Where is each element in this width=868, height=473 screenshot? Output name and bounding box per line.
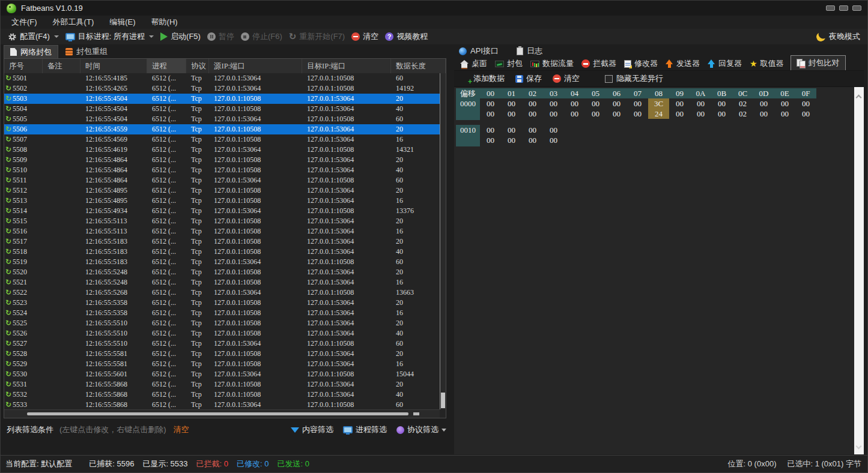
add-data-button[interactable]: 添加数据: [463, 73, 505, 84]
table-row[interactable]: ↻550712:16:55:45696512 (...Tcp127.0.0.1:…: [4, 134, 440, 145]
column-header-seq[interactable]: 序号: [4, 59, 43, 73]
tab-desktop[interactable]: 桌面: [459, 57, 488, 70]
hex-cell[interactable]: 00: [606, 109, 627, 119]
tab-sender[interactable]: 发送器: [664, 57, 701, 70]
tab-modifier[interactable]: 修改器: [623, 57, 659, 70]
hex-cell[interactable]: 00: [795, 98, 816, 109]
config-button[interactable]: 配置(F4): [8, 31, 59, 42]
scroll-up-icon[interactable]: [856, 95, 862, 101]
hex-cell[interactable]: 00: [480, 135, 501, 145]
chevron-down-icon[interactable]: [54, 35, 59, 38]
hex-cell[interactable]: 00: [501, 135, 522, 145]
menu-external-tools[interactable]: 外部工具(T): [53, 17, 94, 28]
hex-cell[interactable]: 00: [522, 109, 543, 119]
table-row[interactable]: ↻550112:16:55:41856512 (...Tcp127.0.0.1:…: [4, 73, 440, 83]
hide-identical-rows-checkbox[interactable]: 隐藏无差异行: [605, 73, 663, 84]
table-row[interactable]: ↻552012:16:55:52486512 (...Tcp127.0.0.1:…: [4, 267, 440, 277]
protocol-filter-button[interactable]: 协议筛选: [396, 424, 446, 435]
tab-extractor[interactable]: ★ 取值器: [748, 57, 785, 70]
tab-packet[interactable]: 封包: [494, 57, 524, 70]
filter-clear-button[interactable]: 清空: [174, 424, 189, 435]
hex-cell[interactable]: 00: [690, 98, 711, 109]
column-header-protocol[interactable]: 协议: [186, 59, 209, 73]
hex-cell[interactable]: 00: [564, 98, 585, 109]
hex-cell[interactable]: 00: [501, 98, 522, 109]
hex-cell[interactable]: 00: [753, 109, 774, 119]
table-row[interactable]: ↻551412:16:55:49346512 (...Tcp127.0.0.1:…: [4, 206, 440, 216]
scrollbar-thumb[interactable]: [441, 393, 445, 408]
table-row[interactable]: ↻552912:16:55:55816512 (...Tcp127.0.0.1:…: [4, 359, 440, 369]
target-process-button[interactable]: 目标进程: 所有进程: [65, 31, 154, 42]
close-button[interactable]: [852, 5, 861, 11]
table-row[interactable]: ↻552212:16:55:52686512 (...Tcp127.0.0.1:…: [4, 288, 440, 298]
hex-cell[interactable]: 00: [585, 109, 606, 119]
hex-cell[interactable]: 00: [669, 109, 690, 119]
scrollbar-thumb[interactable]: [27, 412, 408, 415]
table-horizontal-scrollbar[interactable]: [4, 409, 440, 418]
menu-help[interactable]: 帮助(H): [151, 17, 178, 28]
table-row[interactable]: ↻550812:16:55:46196512 (...Tcp127.0.0.1:…: [4, 145, 440, 155]
hex-cell[interactable]: 00: [543, 135, 564, 145]
night-mode-toggle[interactable]: 夜晚模式: [816, 29, 860, 44]
table-row[interactable]: ↻552712:16:55:55106512 (...Tcp127.0.0.1:…: [4, 339, 440, 349]
table-row[interactable]: ↻553212:16:55:58686512 (...Tcp127.0.0.1:…: [4, 390, 440, 400]
hex-cell[interactable]: 00: [501, 125, 522, 135]
pause-button[interactable]: 暂停: [207, 31, 234, 42]
hex-vertical-scrollbar[interactable]: [854, 87, 864, 454]
table-row[interactable]: ↻552412:16:55:53586512 (...Tcp127.0.0.1:…: [4, 308, 440, 318]
hex-cell[interactable]: 00: [564, 109, 585, 119]
hex-diff-cell[interactable]: 24: [648, 109, 669, 119]
hex-cell[interactable]: 00: [774, 109, 795, 119]
hex-cell[interactable]: 00: [627, 98, 648, 109]
hex-cell[interactable]: 00: [543, 109, 564, 119]
table-row[interactable]: ↻553112:16:55:58686512 (...Tcp127.0.0.1:…: [4, 379, 440, 390]
table-vertical-scrollbar[interactable]: [440, 73, 446, 409]
hex-cell[interactable]: 02: [732, 98, 753, 109]
process-filter-button[interactable]: 进程筛选: [343, 424, 387, 435]
tab-packet-compare[interactable]: 封包比对: [791, 55, 846, 70]
hex-cell[interactable]: 00: [774, 98, 795, 109]
table-row[interactable]: ↻552112:16:55:52486512 (...Tcp127.0.0.1:…: [4, 277, 440, 288]
maximize-button[interactable]: [839, 5, 848, 11]
hex-cell[interactable]: 00: [606, 98, 627, 109]
hex-cell[interactable]: 00: [522, 125, 543, 135]
start-button[interactable]: 启动(F5): [160, 31, 201, 42]
tab-replier[interactable]: 回复器: [706, 57, 743, 70]
content-filter-button[interactable]: 内容筛选: [291, 424, 333, 435]
hex-cell[interactable]: 00: [480, 125, 501, 135]
hex-cell[interactable]: 00: [795, 109, 816, 119]
chevron-down-icon[interactable]: [442, 429, 446, 432]
table-row[interactable]: ↻551212:16:55:48956512 (...Tcp127.0.0.1:…: [4, 185, 440, 196]
table-row[interactable]: ↻551912:16:55:51836512 (...Tcp127.0.0.1:…: [4, 257, 440, 267]
table-row[interactable]: ↻551612:16:55:51136512 (...Tcp127.0.0.1:…: [4, 226, 440, 237]
table-row[interactable]: ↻552312:16:55:53586512 (...Tcp127.0.0.1:…: [4, 298, 440, 308]
column-header-process[interactable]: 进程: [147, 59, 186, 73]
scroll-down-icon[interactable]: [856, 444, 862, 450]
column-header-length[interactable]: 数据长度: [391, 59, 446, 73]
hex-cell[interactable]: 00: [669, 98, 690, 109]
table-row[interactable]: ↻553312:16:55:58686512 (...Tcp127.0.0.1:…: [4, 400, 440, 409]
column-header-dst[interactable]: 目标IP:端口: [302, 59, 391, 73]
hex-cell[interactable]: 00: [753, 98, 774, 109]
tab-log[interactable]: 日志: [517, 46, 542, 56]
chevron-down-icon[interactable]: [149, 35, 154, 38]
hex-cell[interactable]: 00: [585, 98, 606, 109]
table-row[interactable]: ↻550312:16:55:45046512 (...Tcp127.0.0.1:…: [4, 94, 440, 104]
table-row[interactable]: ↻551512:16:55:51136512 (...Tcp127.0.0.1:…: [4, 216, 440, 226]
video-tutorial-button[interactable]: ? 视频教程: [385, 31, 428, 42]
stop-button[interactable]: 停止(F6): [241, 31, 282, 42]
compare-clear-button[interactable]: 清空: [553, 73, 580, 84]
table-row[interactable]: ↻550412:16:55:45046512 (...Tcp127.0.0.1:…: [4, 104, 440, 114]
tab-network-packets[interactable]: 网络封包: [4, 45, 58, 58]
table-row[interactable]: ↻550912:16:55:48646512 (...Tcp127.0.0.1:…: [4, 155, 440, 165]
hex-cell[interactable]: 00: [543, 98, 564, 109]
tab-data-traffic[interactable]: 数据流量: [529, 57, 575, 70]
table-row[interactable]: ↻552612:16:55:55106512 (...Tcp127.0.0.1:…: [4, 328, 440, 339]
clear-button[interactable]: 清空: [351, 31, 378, 42]
hex-cell[interactable]: 02: [732, 109, 753, 119]
hex-diff-cell[interactable]: 3C: [648, 98, 669, 109]
table-row[interactable]: ↻551112:16:55:48646512 (...Tcp127.0.0.1:…: [4, 175, 440, 185]
tab-api[interactable]: API接口: [459, 46, 499, 56]
table-row[interactable]: ↻551812:16:55:51836512 (...Tcp127.0.0.1:…: [4, 247, 440, 257]
menu-file[interactable]: 文件(F): [11, 17, 37, 28]
